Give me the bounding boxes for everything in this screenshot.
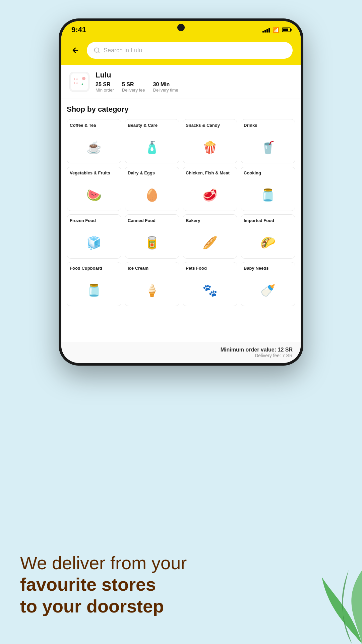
- category-card-chicken-fish-meat[interactable]: Chicken, Fish & Meat🥩: [183, 167, 237, 211]
- svg-text:Lu: Lu: [74, 82, 77, 85]
- store-info: Lu Lu ✦ Lulu 25 SR Min order 5 SR Delive…: [61, 65, 301, 99]
- category-image-imported-food: 🌮: [244, 231, 292, 255]
- category-name-beauty-care: Beauty & Care: [128, 123, 158, 133]
- status-icons: 📶: [262, 27, 291, 33]
- category-name-chicken-fish-meat: Chicken, Fish & Meat: [186, 170, 230, 181]
- camera-notch: [177, 24, 185, 31]
- category-name-snacks-candy: Snacks & Candy: [186, 123, 220, 133]
- wifi-icon: 📶: [273, 27, 279, 33]
- category-image-baby-needs: 🍼: [244, 278, 292, 303]
- category-card-baby-needs[interactable]: Baby Needs🍼: [241, 262, 295, 306]
- delivery-time: 30 Min Delivery time: [153, 82, 178, 93]
- categories-grid: Coffee & Tea☕Beauty & Care🧴Snacks & Cand…: [67, 119, 295, 306]
- category-image-beauty-care: 🧴: [128, 136, 176, 160]
- category-card-frozen-food[interactable]: Frozen Food🧊: [67, 214, 121, 259]
- category-image-cooking: 🫙: [244, 183, 292, 207]
- category-name-dairy-eggs: Dairy & Eggs: [128, 170, 155, 181]
- category-name-imported-food: Imported Food: [244, 218, 274, 229]
- category-name-cooking: Cooking: [244, 170, 261, 181]
- search-placeholder: Search in Lulu: [104, 47, 142, 54]
- tagline: We deliver from your favourite stores to…: [20, 552, 187, 617]
- category-card-beauty-care[interactable]: Beauty & Care🧴: [125, 119, 179, 163]
- category-card-ice-cream[interactable]: Ice Cream🍦: [125, 262, 179, 306]
- delivery-fee-value: 5 SR: [122, 82, 145, 88]
- category-image-frozen-food: 🧊: [70, 231, 118, 255]
- category-card-snacks-candy[interactable]: Snacks & Candy🍿: [183, 119, 237, 163]
- category-name-coffee-tea: Coffee & Tea: [70, 123, 96, 133]
- category-image-canned-food: 🥫: [128, 231, 176, 255]
- category-card-imported-food[interactable]: Imported Food🌮: [241, 214, 295, 259]
- section-title: Shop by category: [67, 105, 295, 114]
- svg-text:Lu: Lu: [74, 77, 77, 81]
- category-image-vegetables-fruits: 🍉: [70, 183, 118, 207]
- svg-text:✦: ✦: [81, 83, 83, 86]
- bottom-bar: Minimum order value: 12 SR Delivery fee:…: [61, 342, 301, 363]
- categories-section: Shop by category Coffee & Tea☕Beauty & C…: [61, 99, 301, 342]
- min-order-label: Min order: [96, 88, 114, 93]
- tagline-line3: to your doorstep: [20, 595, 187, 617]
- category-card-cooking[interactable]: Cooking🫙: [241, 167, 295, 211]
- category-image-chicken-fish-meat: 🥩: [186, 183, 234, 207]
- store-logo: Lu Lu ✦: [69, 72, 89, 92]
- category-name-drinks: Drinks: [244, 123, 257, 133]
- category-card-dairy-eggs[interactable]: Dairy & Eggs🥚: [125, 167, 179, 211]
- category-image-pets-food: 🐾: [186, 278, 234, 303]
- tagline-line2: favourite stores: [20, 574, 187, 595]
- category-image-coffee-tea: ☕: [70, 136, 118, 160]
- category-card-coffee-tea[interactable]: Coffee & Tea☕: [67, 119, 121, 163]
- delivery-fee: 5 SR Delivery fee: [122, 82, 145, 93]
- delivery-fee-label: Delivery fee: [122, 88, 145, 93]
- category-name-food-cupboard: Food Cupboard: [70, 266, 102, 276]
- category-image-dairy-eggs: 🥚: [128, 183, 176, 207]
- status-bar: 9:41 📶: [61, 21, 301, 39]
- category-image-bakery: 🥖: [186, 231, 234, 255]
- category-name-pets-food: Pets Food: [186, 266, 207, 276]
- search-icon: [94, 47, 100, 54]
- category-name-bakery: Bakery: [186, 218, 200, 229]
- battery-icon: [282, 28, 291, 32]
- category-image-drinks: 🥤: [244, 136, 292, 160]
- min-order: 25 SR Min order: [96, 82, 114, 93]
- leaf-decoration: [302, 543, 362, 644]
- tagline-line1: We deliver from your: [20, 552, 187, 574]
- store-meta: 25 SR Min order 5 SR Delivery fee 30 Min…: [96, 82, 178, 93]
- category-card-canned-food[interactable]: Canned Food🥫: [125, 214, 179, 259]
- delivery-time-label: Delivery time: [153, 88, 178, 93]
- category-name-baby-needs: Baby Needs: [244, 266, 268, 276]
- search-header: Search in Lulu: [61, 39, 301, 65]
- category-name-ice-cream: Ice Cream: [128, 266, 148, 276]
- category-image-ice-cream: 🍦: [128, 278, 176, 303]
- category-card-bakery[interactable]: Bakery🥖: [183, 214, 237, 259]
- category-image-snacks-candy: 🍿: [186, 136, 234, 160]
- signal-icon: [262, 27, 270, 33]
- phone-frame: 9:41 📶: [59, 18, 303, 366]
- store-name: Lulu: [96, 71, 178, 79]
- category-name-frozen-food: Frozen Food: [70, 218, 96, 229]
- status-time: 9:41: [71, 25, 86, 34]
- delivery-fee-text: Delivery fee: 7 SR: [69, 353, 293, 358]
- category-card-food-cupboard[interactable]: Food Cupboard🫙: [67, 262, 121, 306]
- store-details: Lulu 25 SR Min order 5 SR Delivery fee 3…: [96, 71, 178, 93]
- svg-point-4: [82, 77, 85, 80]
- category-card-drinks[interactable]: Drinks🥤: [241, 119, 295, 163]
- delivery-time-value: 30 Min: [153, 82, 178, 88]
- category-name-canned-food: Canned Food: [128, 218, 156, 229]
- category-image-food-cupboard: 🫙: [70, 278, 118, 303]
- search-bar[interactable]: Search in Lulu: [87, 42, 293, 59]
- category-name-vegetables-fruits: Vegetables & Fruits: [70, 170, 110, 181]
- category-card-vegetables-fruits[interactable]: Vegetables & Fruits🍉: [67, 167, 121, 211]
- category-card-pets-food[interactable]: Pets Food🐾: [183, 262, 237, 306]
- min-order-value: 25 SR: [96, 82, 114, 88]
- min-order-text: Minimum order value: 12 SR: [69, 347, 293, 353]
- back-button[interactable]: [69, 44, 81, 56]
